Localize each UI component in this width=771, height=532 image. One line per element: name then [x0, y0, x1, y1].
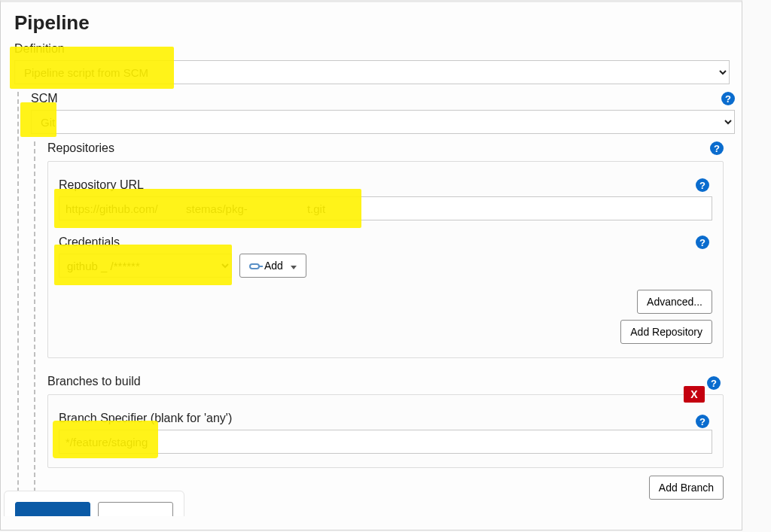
- pipeline-config-frame: Pipeline Definition Pipeline script from…: [0, 0, 742, 530]
- help-icon[interactable]: ?: [710, 141, 724, 155]
- help-icon[interactable]: ?: [721, 92, 735, 105]
- footer-actions: [4, 491, 184, 532]
- save-button[interactable]: [15, 502, 90, 529]
- branches-row: ? Branches to build: [47, 375, 724, 388]
- branch-specifier-row: ? Branch Specifier (blank for 'any'): [59, 412, 712, 454]
- repo-url-input[interactable]: [59, 196, 712, 220]
- advanced-button[interactable]: Advanced...: [637, 290, 712, 314]
- definition-select[interactable]: Pipeline script from SCM: [14, 60, 730, 84]
- branch-specifier-label: Branch Specifier (blank for 'any'): [59, 412, 712, 425]
- help-icon[interactable]: ?: [696, 415, 709, 428]
- scm-label: SCM: [31, 92, 58, 105]
- add-branch-button[interactable]: Add Branch: [649, 476, 724, 500]
- help-icon[interactable]: ?: [707, 376, 721, 390]
- repo-url-row: ? Repository URL: [59, 178, 712, 220]
- add-credentials-button[interactable]: Add: [239, 254, 306, 278]
- branch-specifier-input[interactable]: [59, 430, 712, 454]
- repo-buttons: Advanced... Add Repository: [59, 290, 712, 344]
- branches-label: Branches to build: [47, 375, 724, 388]
- branch-panel: X ? Branch Specifier (blank for 'any'): [47, 394, 724, 468]
- chevron-down-icon: [288, 260, 297, 272]
- add-repository-button[interactable]: Add Repository: [620, 320, 712, 344]
- repositories-label: Repositories: [47, 141, 114, 155]
- repository-panel: ? Repository URL ? Credentials github: [47, 161, 724, 358]
- help-icon[interactable]: ?: [696, 178, 709, 192]
- scm-section: SCM ? Git Repositories ? ? Repository UR…: [17, 92, 735, 500]
- repositories-section: Repositories ? ? Repository URL ? Creden…: [34, 141, 724, 500]
- repo-url-label: Repository URL: [59, 178, 712, 192]
- definition-label: Definition: [14, 42, 730, 56]
- key-icon: [249, 260, 260, 272]
- apply-button[interactable]: [98, 502, 173, 529]
- page-title: Pipeline: [14, 11, 730, 35]
- credentials-label: Credentials: [59, 236, 712, 249]
- scm-row: SCM ? Git: [31, 92, 735, 134]
- scm-select[interactable]: Git: [31, 110, 735, 134]
- definition-row: Definition Pipeline script from SCM: [14, 42, 730, 84]
- credentials-select[interactable]: github _ /******: [59, 254, 232, 278]
- help-icon[interactable]: ?: [696, 236, 709, 249]
- credentials-row: ? Credentials github _ /****** Add: [59, 236, 712, 278]
- add-credentials-label: Add: [264, 260, 283, 272]
- delete-branch-button[interactable]: X: [684, 386, 705, 403]
